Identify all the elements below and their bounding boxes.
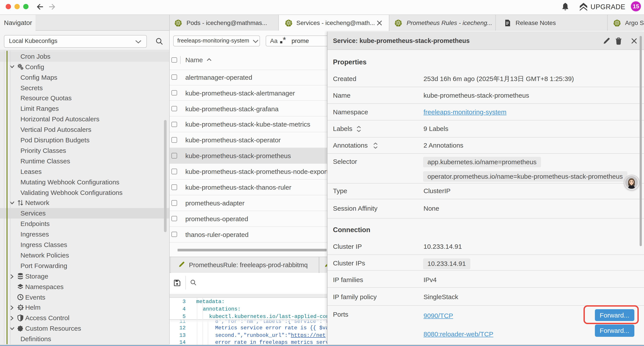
svg-text:HELM: HELM xyxy=(18,307,24,309)
